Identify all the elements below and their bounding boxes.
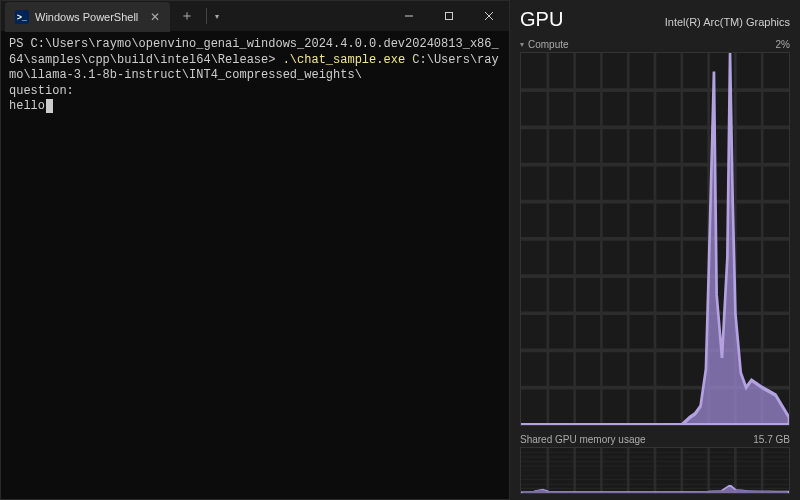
gpu-title: GPU: [520, 8, 563, 31]
powershell-icon: >_: [15, 10, 29, 24]
memory-metric-row: Shared GPU memory usage 15.7 GB: [520, 434, 790, 445]
gpu-device-name: Intel(R) Arc(TM) Graphics: [665, 16, 790, 28]
maximize-button[interactable]: [429, 1, 469, 31]
divider: [206, 8, 207, 24]
memory-chart: [520, 447, 790, 494]
compute-label[interactable]: Compute: [528, 39, 569, 50]
chevron-down-icon[interactable]: ▾: [520, 40, 524, 49]
command: .\chat_sample.exe: [283, 53, 405, 67]
gpu-header: GPU Intel(R) Arc(TM) Graphics: [520, 8, 790, 31]
memory-value: 15.7 GB: [753, 434, 790, 445]
memory-label: Shared GPU memory usage: [520, 434, 646, 445]
compute-percent: 2%: [776, 39, 790, 50]
tab-title: Windows PowerShell: [35, 11, 138, 23]
window-controls: [389, 1, 509, 31]
new-tab-button[interactable]: ＋: [170, 7, 204, 25]
terminal-tab[interactable]: >_ Windows PowerShell ✕: [5, 2, 170, 32]
close-tab-icon[interactable]: ✕: [150, 10, 160, 24]
maximize-icon: [444, 11, 454, 21]
compute-metric-row: ▾ Compute 2%: [520, 39, 790, 50]
minimize-button[interactable]: [389, 1, 429, 31]
input-line: hello: [9, 99, 45, 113]
titlebar: >_ Windows PowerShell ✕ ＋ ▾: [1, 1, 509, 31]
gpu-panel: GPU Intel(R) Arc(TM) Graphics ▾ Compute …: [510, 0, 800, 500]
powershell-window: >_ Windows PowerShell ✕ ＋ ▾ PS C:\Users\…: [0, 0, 510, 500]
tab-dropdown-icon[interactable]: ▾: [209, 12, 225, 21]
terminal-output[interactable]: PS C:\Users\raymo\openvino_genai_windows…: [1, 31, 509, 499]
close-icon: [484, 11, 494, 21]
svg-rect-1: [446, 13, 453, 20]
minimize-icon: [404, 11, 414, 21]
cursor: [46, 99, 53, 113]
close-button[interactable]: [469, 1, 509, 31]
output-line: question:: [9, 84, 74, 98]
compute-chart: [520, 52, 790, 426]
